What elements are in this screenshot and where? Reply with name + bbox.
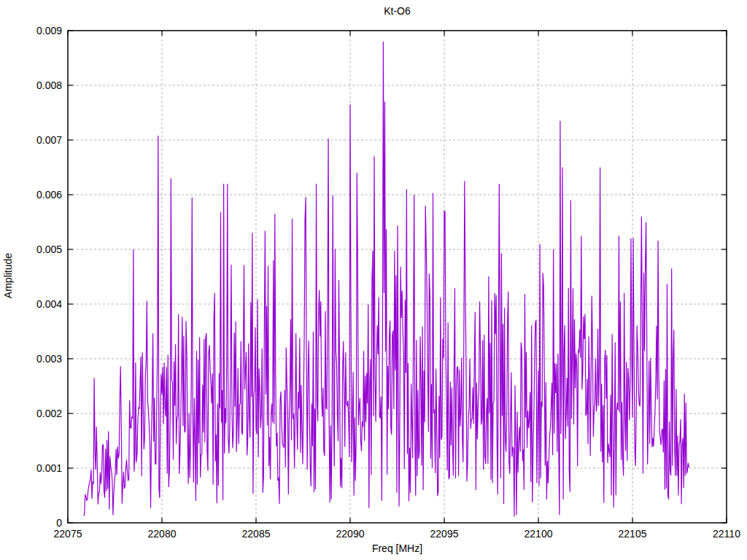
y-tick-label: 0.009 bbox=[36, 25, 62, 36]
y-tick-label: 0.004 bbox=[36, 298, 62, 310]
x-tick-label: 22095 bbox=[430, 528, 459, 540]
y-tick-label: 0.002 bbox=[36, 408, 62, 419]
x-tick-label: 22080 bbox=[148, 528, 177, 540]
x-tick-label: 22105 bbox=[619, 528, 647, 540]
y-tick-label: 0.006 bbox=[36, 189, 62, 201]
y-tick-label: 0.003 bbox=[36, 353, 62, 365]
y-tick-label: 0.008 bbox=[36, 79, 62, 91]
chart-canvas: 2207522080220852209022095221002210522110… bbox=[0, 0, 747, 560]
x-tick-label: 22075 bbox=[54, 528, 82, 540]
chart-page: Kt-O6 Amplitude Freq [MHz] 2207522080220… bbox=[0, 0, 747, 560]
y-tick-label: 0.001 bbox=[36, 462, 62, 474]
y-tick-label: 0 bbox=[56, 517, 62, 529]
x-tick-label: 22100 bbox=[525, 528, 553, 540]
x-tick-label: 22110 bbox=[713, 528, 740, 540]
y-tick-label: 0.007 bbox=[36, 134, 62, 146]
x-tick-label: 22085 bbox=[242, 528, 271, 540]
x-tick-label: 22090 bbox=[336, 528, 365, 540]
y-tick-label: 0.005 bbox=[36, 244, 62, 255]
spectrum-trace bbox=[84, 42, 689, 516]
